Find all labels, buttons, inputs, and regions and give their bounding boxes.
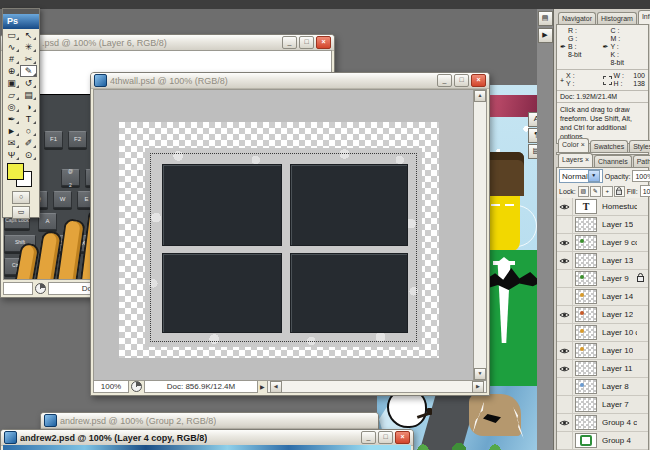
vertical-scrollbar[interactable]: ▲ ▼ bbox=[473, 89, 487, 381]
tab-close[interactable]: × bbox=[581, 141, 585, 148]
minimize-button[interactable]: _ bbox=[361, 431, 376, 444]
minimize-button[interactable]: _ bbox=[282, 36, 297, 49]
tool-shape-button[interactable]: ○ bbox=[20, 125, 37, 137]
visibility-toggle[interactable] bbox=[557, 414, 573, 431]
tool-path-select-button[interactable]: ► bbox=[3, 125, 20, 137]
list-item[interactable]: Styles bbox=[629, 140, 650, 152]
tool-blur-button[interactable]: ◎ bbox=[3, 101, 20, 113]
scroll-left-button[interactable]: ◀ bbox=[270, 381, 282, 393]
Layer 9[interactable]: Layer 9 bbox=[557, 270, 648, 288]
visibility-toggle[interactable] bbox=[557, 198, 573, 215]
dock-expand[interactable]: ▶ bbox=[538, 28, 553, 43]
quick-mask-button[interactable]: ○ bbox=[12, 191, 30, 204]
andrew2-window-titlebar[interactable]: andrew2.psd @ 100% (Layer 4 copy, RGB/8)… bbox=[1, 430, 413, 446]
close-button[interactable]: × bbox=[471, 74, 486, 87]
visibility-toggle[interactable] bbox=[557, 324, 573, 341]
tool-type-button[interactable]: T bbox=[20, 113, 37, 125]
tool-history-brush-button[interactable]: ↺ bbox=[20, 77, 37, 89]
tool-move-button[interactable]: ↖ bbox=[20, 29, 37, 41]
tool-zoom-button[interactable]: ⊙ bbox=[20, 149, 37, 161]
doc-size-field[interactable]: Doc: 856.9K/12.4M bbox=[144, 380, 258, 393]
close-button[interactable]: × bbox=[316, 36, 331, 49]
tool-eyedropper-button[interactable]: ✐ bbox=[20, 137, 37, 149]
list-item[interactable]: Layers × bbox=[558, 153, 593, 167]
visibility-toggle[interactable] bbox=[557, 432, 573, 449]
main-canvas-area[interactable] bbox=[93, 89, 477, 381]
lock-all-icon[interactable] bbox=[614, 186, 625, 197]
Layer 10[interactable]: Layer 10 bbox=[557, 342, 648, 360]
blend-mode-select[interactable]: Normal▼ bbox=[559, 169, 603, 183]
minimize-button[interactable]: _ bbox=[437, 74, 452, 87]
tool-healing-brush-button[interactable]: ⊕ bbox=[3, 65, 20, 77]
list-item[interactable]: Paths bbox=[633, 155, 650, 167]
visibility-toggle[interactable] bbox=[557, 234, 573, 251]
list-item[interactable]: Navigator bbox=[558, 12, 596, 24]
tab-close[interactable]: × bbox=[585, 156, 589, 163]
Layer 12[interactable]: Layer 12 bbox=[557, 306, 648, 324]
tool-brush-button[interactable]: ✎ bbox=[20, 65, 37, 77]
Layer 8[interactable]: Layer 8 bbox=[557, 378, 648, 396]
chevron-down-icon[interactable]: ▼ bbox=[588, 170, 600, 182]
scroll-up-button[interactable]: ▲ bbox=[474, 90, 486, 102]
Layer 9 copy[interactable]: Layer 9 copy bbox=[557, 234, 648, 252]
visibility-toggle[interactable] bbox=[557, 270, 573, 287]
lock-position-icon[interactable]: + bbox=[602, 186, 613, 197]
tool-pen-button[interactable]: ✒ bbox=[3, 113, 20, 125]
visibility-toggle[interactable] bbox=[557, 342, 573, 359]
lock-transparency-icon[interactable]: ▨ bbox=[578, 186, 589, 197]
tool-gradient-button[interactable]: ▤ bbox=[20, 89, 37, 101]
Layer 11[interactable]: Layer 11 bbox=[557, 360, 648, 378]
screen-mode-button[interactable]: ▭ bbox=[12, 206, 30, 219]
zoom-field[interactable]: 100% bbox=[93, 380, 129, 393]
tool-lasso-button[interactable]: ∿ bbox=[3, 41, 20, 53]
tool-slice-button[interactable]: ✂ bbox=[20, 53, 37, 65]
scroll-down-button[interactable]: ▼ bbox=[474, 368, 486, 380]
visibility-toggle[interactable] bbox=[557, 288, 573, 305]
opacity-value[interactable]: 100% bbox=[632, 170, 650, 182]
maximize-button[interactable]: □ bbox=[454, 74, 469, 87]
photoshop-logo[interactable]: Ps bbox=[3, 14, 39, 29]
list-item[interactable]: Channels bbox=[594, 155, 632, 167]
visibility-toggle[interactable] bbox=[557, 378, 573, 395]
andrew-window-titlebar[interactable]: andrew.psd @ 100% (Group 2, RGB/8) bbox=[41, 413, 378, 429]
document-canvas[interactable] bbox=[119, 122, 439, 358]
Layer 10 copy[interactable]: Layer 10 copy bbox=[557, 324, 648, 342]
status-clock-icon[interactable] bbox=[131, 381, 142, 392]
list-item[interactable]: Info × bbox=[638, 10, 650, 24]
tool-rectangular-marquee-button[interactable]: ▭ bbox=[3, 29, 20, 41]
keyboard-window-titlebar[interactable]: .psd @ 100% (Layer 6, RGB/8) _ □ × bbox=[1, 35, 334, 51]
list-item[interactable]: Swatches bbox=[590, 140, 628, 152]
close-button[interactable]: × bbox=[395, 431, 410, 444]
maximize-button[interactable]: □ bbox=[378, 431, 393, 444]
Group 4[interactable]: Group 4 bbox=[557, 432, 648, 450]
Layer 13[interactable]: Layer 13 bbox=[557, 252, 648, 270]
tool-notes-button[interactable]: ✉ bbox=[3, 137, 20, 149]
zoom-field[interactable] bbox=[3, 282, 33, 295]
Layer 14[interactable]: Layer 14 bbox=[557, 288, 648, 306]
foreground-color-swatch[interactable] bbox=[7, 163, 24, 180]
visibility-toggle[interactable] bbox=[557, 396, 573, 413]
maximize-button[interactable]: □ bbox=[299, 36, 314, 49]
status-clock-icon[interactable] bbox=[35, 283, 46, 294]
visibility-toggle[interactable] bbox=[557, 306, 573, 323]
visibility-toggle[interactable] bbox=[557, 252, 573, 269]
Homestuck began on ...[interactable]: Homestuck began on ... bbox=[557, 198, 648, 216]
fill-value[interactable]: 100% bbox=[640, 185, 650, 197]
tool-magic-wand-button[interactable]: ✳ bbox=[20, 41, 37, 53]
Layer 15[interactable]: Layer 15 bbox=[557, 216, 648, 234]
tool-clone-stamp-button[interactable]: ▣ bbox=[3, 77, 20, 89]
tool-hand-button[interactable]: Ψ bbox=[3, 149, 20, 161]
dock-grip[interactable]: ▤ bbox=[538, 11, 553, 26]
Layer 7[interactable]: Layer 7 bbox=[557, 396, 648, 414]
visibility-toggle[interactable] bbox=[557, 360, 573, 377]
tool-dodge-button[interactable]: ◑ bbox=[20, 101, 37, 113]
Group 4 copy 4[interactable]: Group 4 copy 4 bbox=[557, 414, 648, 432]
tool-crop-button[interactable]: # bbox=[3, 53, 20, 65]
main-window-titlebar[interactable]: 4thwall.psd @ 100% (RGB/8) _ □ × bbox=[91, 73, 489, 89]
list-item[interactable]: Color × bbox=[558, 138, 589, 152]
scroll-right-button[interactable]: ▶ bbox=[472, 381, 484, 393]
list-item[interactable]: Histogram bbox=[597, 12, 637, 24]
horizontal-scrollbar[interactable]: ◀ ▶ bbox=[267, 380, 487, 393]
status-arrow-icon[interactable]: ▶ bbox=[260, 383, 265, 390]
visibility-toggle[interactable] bbox=[557, 216, 573, 233]
